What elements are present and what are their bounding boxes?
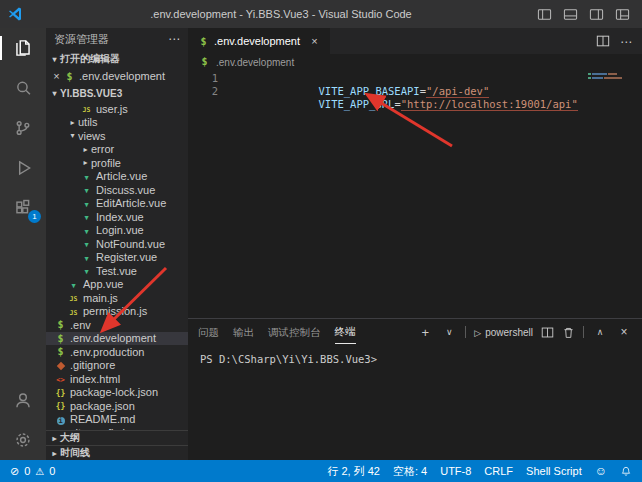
layout-controls	[532, 3, 642, 25]
tree-item[interactable]: Index.vue	[46, 210, 188, 224]
close-panel-icon[interactable]	[616, 324, 632, 340]
new-terminal-icon[interactable]	[417, 324, 433, 340]
problems-status[interactable]: 0 0	[10, 465, 55, 478]
status-bar-right: 行 2, 列 42 空格: 4 UTF-8 CRLF Shell Script	[327, 464, 632, 479]
panel-tab-bar: 问题 输出 调试控制台 终端	[188, 319, 642, 345]
terminal-instance-powershell[interactable]: powershell	[474, 327, 533, 338]
terminal-shell-icon	[474, 327, 481, 338]
tree-item[interactable]: package-lock.json	[46, 386, 188, 400]
open-editors-label: 打开的编辑器	[60, 52, 120, 66]
outline-label: 大纲	[60, 431, 80, 445]
tree-item[interactable]: main.js	[46, 291, 188, 305]
cursor-position-status[interactable]: 行 2, 列 42	[327, 464, 380, 479]
close-tab-icon[interactable]	[308, 35, 321, 47]
file-name: Login.vue	[96, 224, 144, 236]
tree-item[interactable]: README.md	[46, 413, 188, 427]
settings-gear-icon[interactable]	[0, 420, 46, 460]
customize-layout-icon[interactable]	[610, 3, 634, 25]
file-type-icon	[80, 198, 93, 209]
tree-item[interactable]: package.json	[46, 399, 188, 413]
language-mode-status[interactable]: Shell Script	[526, 465, 582, 477]
tree-item[interactable]: Discuss.vue	[46, 183, 188, 197]
line-number: 1	[188, 72, 218, 85]
tree-item[interactable]: .gitignore	[46, 359, 188, 373]
file-type-icon	[54, 360, 67, 371]
file-name: NotFound.vue	[96, 238, 165, 250]
chevron-right-icon	[49, 434, 60, 443]
split-editor-icon[interactable]	[596, 34, 610, 48]
extensions-icon[interactable]: 1	[0, 188, 46, 228]
tree-item[interactable]: EditArticle.vue	[46, 197, 188, 211]
minimap-line	[588, 77, 630, 79]
open-editors-header[interactable]: 打开的编辑器	[46, 50, 188, 68]
open-editor-item[interactable]: .env.development	[46, 68, 188, 84]
file-name: .env	[70, 319, 91, 331]
panel-tab[interactable]: 问题	[198, 321, 219, 344]
tree-item[interactable]: error	[46, 143, 188, 157]
encoding-status[interactable]: UTF-8	[440, 465, 471, 477]
tree-item[interactable]: .env.development	[46, 332, 188, 346]
toggle-secondary-sidebar-icon[interactable]	[584, 3, 608, 25]
open-editors-list: .env.development	[46, 68, 188, 84]
search-icon[interactable]	[0, 68, 46, 108]
code-editor[interactable]: 1 VITE_APP_BASEAPI="/api-dev" 2 VITE_APP…	[188, 70, 642, 318]
kill-terminal-trash-icon[interactable]	[562, 326, 575, 339]
file-type-icon	[80, 238, 93, 249]
toggle-sidebar-icon[interactable]	[532, 3, 556, 25]
notifications-bell-icon[interactable]	[620, 465, 632, 478]
warning-count: 0	[49, 465, 55, 477]
file-type-icon	[54, 346, 67, 357]
tree-item[interactable]: NotFound.vue	[46, 237, 188, 251]
tree-item[interactable]: Login.vue	[46, 224, 188, 238]
panel-tab[interactable]: 终端	[335, 320, 356, 344]
terminal[interactable]: PS D:\CSharp\Yi\Yi.BBS.Vue3>	[188, 345, 642, 460]
tree-item[interactable]: permission.js	[46, 305, 188, 319]
more-actions-icon[interactable]	[168, 32, 180, 46]
outline-section-header[interactable]: 大纲	[46, 430, 188, 445]
file-type-icon	[54, 373, 67, 384]
split-terminal-icon[interactable]	[541, 326, 554, 339]
feedback-smiley-icon[interactable]	[595, 464, 607, 478]
file-name: Discuss.vue	[96, 184, 155, 196]
close-icon[interactable]	[50, 70, 63, 82]
maximize-panel-icon[interactable]	[592, 324, 608, 340]
chevron-right-icon	[49, 449, 60, 458]
file-type-icon	[54, 400, 67, 411]
more-actions-icon[interactable]	[620, 32, 632, 50]
code-line[interactable]: 2 VITE_APP_URL="http://localhost:19001/a…	[188, 85, 642, 98]
panel-tab[interactable]: 调试控制台	[268, 321, 321, 344]
file-name: utils	[78, 116, 98, 128]
account-icon[interactable]	[0, 380, 46, 420]
tree-item[interactable]: views	[46, 129, 188, 143]
terminal-dropdown-icon[interactable]	[441, 324, 457, 340]
twistie-icon	[67, 131, 78, 140]
project-section-header[interactable]: YI.BBS.VUE3	[46, 84, 188, 102]
indentation-status[interactable]: 空格: 4	[393, 464, 427, 479]
panel-tab[interactable]: 输出	[233, 321, 254, 344]
file-name: error	[91, 143, 114, 155]
tree-item[interactable]: utils	[46, 116, 188, 130]
file-type-icon	[80, 225, 93, 236]
eol-status[interactable]: CRLF	[484, 465, 513, 477]
minimap-line	[588, 73, 630, 75]
file-name: Test.vue	[96, 265, 137, 277]
toggle-panel-icon[interactable]	[558, 3, 582, 25]
tree-item[interactable]: .env	[46, 318, 188, 332]
minimap[interactable]	[588, 73, 630, 81]
tree-item[interactable]: Test.vue	[46, 264, 188, 278]
tree-item[interactable]: Register.vue	[46, 251, 188, 265]
tree-item[interactable]: App.vue	[46, 278, 188, 292]
tree-item[interactable]: user.js	[46, 102, 188, 116]
source-control-icon[interactable]	[0, 108, 46, 148]
chevron-down-icon	[49, 55, 60, 64]
run-debug-icon[interactable]	[0, 148, 46, 188]
timeline-section-header[interactable]: 时间线	[46, 445, 188, 460]
tree-item[interactable]: index.html	[46, 372, 188, 386]
twistie-icon	[80, 145, 91, 154]
editor-tab[interactable]: .env.development	[188, 28, 331, 54]
tree-item[interactable]: profile	[46, 156, 188, 170]
explorer-icon[interactable]	[0, 28, 46, 68]
tree-item[interactable]: Article.vue	[46, 170, 188, 184]
vscode-window: .env.development - Yi.BBS.Vue3 - Visual …	[0, 0, 642, 482]
tree-item[interactable]: .env.production	[46, 345, 188, 359]
